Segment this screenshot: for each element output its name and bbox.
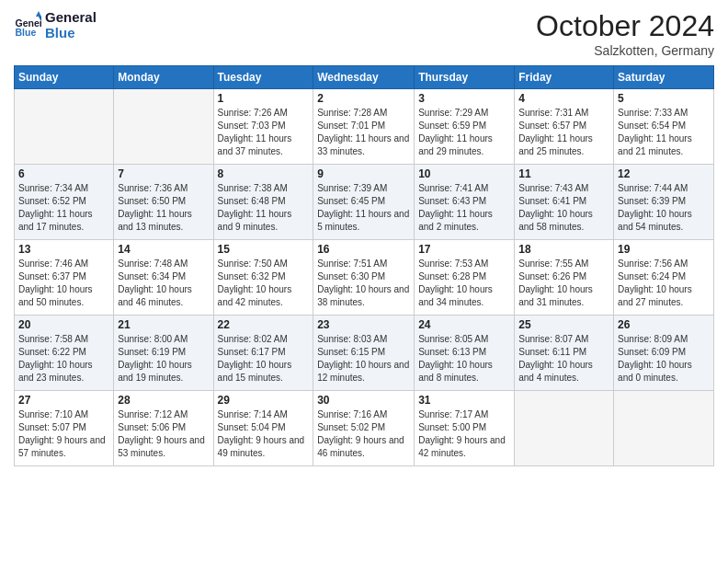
col-wednesday: Wednesday — [313, 66, 415, 89]
day-number: 14 — [118, 243, 209, 256]
day-info: Sunrise: 7:31 AMSunset: 6:57 PMDaylight:… — [518, 107, 609, 158]
day-info: Sunrise: 8:02 AMSunset: 6:17 PMDaylight:… — [218, 333, 310, 385]
svg-text:Blue: Blue — [16, 27, 37, 38]
calendar-week-row: 13Sunrise: 7:46 AMSunset: 6:37 PMDayligh… — [15, 240, 714, 316]
table-row: 1Sunrise: 7:26 AMSunset: 7:03 PMDaylight… — [213, 89, 313, 165]
table-row: 22Sunrise: 8:02 AMSunset: 6:17 PMDayligh… — [213, 316, 313, 391]
day-number: 19 — [618, 243, 710, 256]
day-number: 6 — [18, 167, 109, 180]
table-row: 3Sunrise: 7:29 AMSunset: 6:59 PMDaylight… — [415, 89, 515, 165]
table-row: 14Sunrise: 7:48 AMSunset: 6:34 PMDayligh… — [114, 240, 213, 316]
table-row: 10Sunrise: 7:41 AMSunset: 6:43 PMDayligh… — [415, 165, 515, 240]
day-info: Sunrise: 7:36 AMSunset: 6:50 PMDaylight:… — [118, 182, 209, 234]
day-number: 25 — [518, 318, 609, 331]
day-info: Sunrise: 7:48 AMSunset: 6:34 PMDaylight:… — [118, 258, 209, 309]
col-sunday: Sunday — [15, 66, 114, 89]
day-number: 17 — [418, 243, 510, 256]
day-info: Sunrise: 7:44 AMSunset: 6:39 PMDaylight:… — [618, 182, 710, 234]
day-number: 23 — [317, 318, 410, 331]
day-info: Sunrise: 7:34 AMSunset: 6:52 PMDaylight:… — [18, 182, 109, 234]
day-info: Sunrise: 7:55 AMSunset: 6:26 PMDaylight:… — [518, 258, 609, 309]
table-row: 21Sunrise: 8:00 AMSunset: 6:19 PMDayligh… — [114, 316, 213, 391]
table-row: 13Sunrise: 7:46 AMSunset: 6:37 PMDayligh… — [15, 240, 114, 316]
day-number: 29 — [218, 394, 310, 407]
table-row — [515, 391, 614, 466]
table-row: 6Sunrise: 7:34 AMSunset: 6:52 PMDaylight… — [15, 165, 114, 240]
table-row: 11Sunrise: 7:43 AMSunset: 6:41 PMDayligh… — [515, 165, 614, 240]
day-number: 2 — [317, 92, 410, 105]
day-info: Sunrise: 7:26 AMSunset: 7:03 PMDaylight:… — [218, 107, 310, 158]
table-row: 4Sunrise: 7:31 AMSunset: 6:57 PMDaylight… — [515, 89, 614, 165]
day-number: 10 — [418, 167, 510, 180]
day-number: 20 — [18, 318, 109, 331]
day-number: 7 — [118, 167, 209, 180]
table-row — [114, 89, 213, 165]
day-info: Sunrise: 7:10 AMSunset: 5:07 PMDaylight:… — [18, 408, 109, 460]
day-info: Sunrise: 7:12 AMSunset: 5:06 PMDaylight:… — [118, 408, 209, 460]
day-info: Sunrise: 8:03 AMSunset: 6:15 PMDaylight:… — [317, 333, 410, 385]
logo: General Blue General Blue — [14, 9, 97, 41]
table-row: 31Sunrise: 7:17 AMSunset: 5:00 PMDayligh… — [415, 391, 515, 466]
table-row: 5Sunrise: 7:33 AMSunset: 6:54 PMDaylight… — [614, 89, 714, 165]
day-number: 15 — [218, 243, 310, 256]
table-row: 19Sunrise: 7:56 AMSunset: 6:24 PMDayligh… — [614, 240, 714, 316]
day-number: 4 — [518, 92, 609, 105]
table-row — [614, 391, 714, 466]
day-info: Sunrise: 7:39 AMSunset: 6:45 PMDaylight:… — [317, 182, 410, 234]
day-number: 27 — [18, 394, 109, 407]
location: Salzkotten, Germany — [536, 43, 714, 58]
table-row: 17Sunrise: 7:53 AMSunset: 6:28 PMDayligh… — [415, 240, 515, 316]
calendar-week-row: 20Sunrise: 7:58 AMSunset: 6:22 PMDayligh… — [15, 316, 714, 391]
calendar-week-row: 27Sunrise: 7:10 AMSunset: 5:07 PMDayligh… — [15, 391, 714, 466]
logo-general: General — [45, 9, 97, 25]
table-row: 27Sunrise: 7:10 AMSunset: 5:07 PMDayligh… — [15, 391, 114, 466]
table-row: 9Sunrise: 7:39 AMSunset: 6:45 PMDaylight… — [313, 165, 415, 240]
table-row: 20Sunrise: 7:58 AMSunset: 6:22 PMDayligh… — [15, 316, 114, 391]
day-info: Sunrise: 7:14 AMSunset: 5:04 PMDaylight:… — [218, 408, 310, 460]
day-info: Sunrise: 7:33 AMSunset: 6:54 PMDaylight:… — [618, 107, 710, 158]
table-row: 23Sunrise: 8:03 AMSunset: 6:15 PMDayligh… — [313, 316, 415, 391]
table-row: 15Sunrise: 7:50 AMSunset: 6:32 PMDayligh… — [213, 240, 313, 316]
day-number: 9 — [317, 167, 410, 180]
col-monday: Monday — [114, 66, 213, 89]
day-number: 5 — [618, 92, 710, 105]
table-row: 7Sunrise: 7:36 AMSunset: 6:50 PMDaylight… — [114, 165, 213, 240]
day-number: 13 — [18, 243, 109, 256]
calendar-table: Sunday Monday Tuesday Wednesday Thursday… — [14, 65, 714, 466]
table-row — [15, 89, 114, 165]
day-info: Sunrise: 7:28 AMSunset: 7:01 PMDaylight:… — [317, 107, 410, 158]
day-number: 8 — [218, 167, 310, 180]
table-row: 2Sunrise: 7:28 AMSunset: 7:01 PMDaylight… — [313, 89, 415, 165]
table-row: 30Sunrise: 7:16 AMSunset: 5:02 PMDayligh… — [313, 391, 415, 466]
day-info: Sunrise: 8:09 AMSunset: 6:09 PMDaylight:… — [618, 333, 710, 385]
table-row: 26Sunrise: 8:09 AMSunset: 6:09 PMDayligh… — [614, 316, 714, 391]
table-row: 16Sunrise: 7:51 AMSunset: 6:30 PMDayligh… — [313, 240, 415, 316]
page-header: General Blue General Blue October 2024 S… — [14, 9, 714, 58]
day-info: Sunrise: 7:58 AMSunset: 6:22 PMDaylight:… — [18, 333, 109, 385]
col-thursday: Thursday — [415, 66, 515, 89]
table-row: 25Sunrise: 8:07 AMSunset: 6:11 PMDayligh… — [515, 316, 614, 391]
day-info: Sunrise: 7:46 AMSunset: 6:37 PMDaylight:… — [18, 258, 109, 309]
col-friday: Friday — [515, 66, 614, 89]
day-info: Sunrise: 7:17 AMSunset: 5:00 PMDaylight:… — [418, 408, 510, 460]
day-number: 16 — [317, 243, 410, 256]
table-row: 8Sunrise: 7:38 AMSunset: 6:48 PMDaylight… — [213, 165, 313, 240]
day-info: Sunrise: 7:56 AMSunset: 6:24 PMDaylight:… — [618, 258, 710, 309]
day-info: Sunrise: 7:50 AMSunset: 6:32 PMDaylight:… — [218, 258, 310, 309]
title-section: October 2024 Salzkotten, Germany — [536, 9, 714, 58]
day-number: 24 — [418, 318, 510, 331]
day-number: 31 — [418, 394, 510, 407]
month-title: October 2024 — [536, 9, 714, 43]
calendar-week-row: 6Sunrise: 7:34 AMSunset: 6:52 PMDaylight… — [15, 165, 714, 240]
day-info: Sunrise: 7:38 AMSunset: 6:48 PMDaylight:… — [218, 182, 310, 234]
day-info: Sunrise: 8:07 AMSunset: 6:11 PMDaylight:… — [518, 333, 609, 385]
day-info: Sunrise: 7:16 AMSunset: 5:02 PMDaylight:… — [317, 408, 410, 460]
calendar-header-row: Sunday Monday Tuesday Wednesday Thursday… — [15, 66, 714, 89]
day-number: 30 — [317, 394, 410, 407]
day-number: 18 — [518, 243, 609, 256]
logo-blue: Blue — [45, 25, 97, 40]
table-row: 18Sunrise: 7:55 AMSunset: 6:26 PMDayligh… — [515, 240, 614, 316]
day-number: 28 — [118, 394, 209, 407]
table-row: 24Sunrise: 8:05 AMSunset: 6:13 PMDayligh… — [415, 316, 515, 391]
logo-icon: General Blue — [14, 11, 41, 39]
